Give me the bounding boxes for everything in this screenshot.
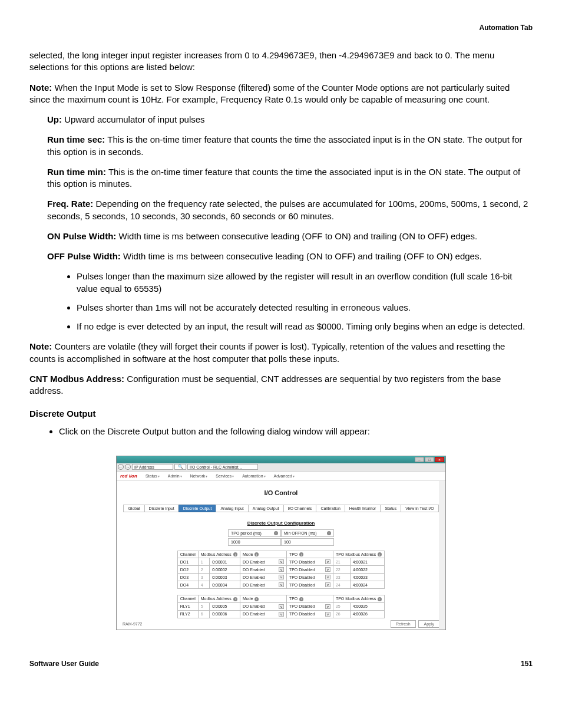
info-icon[interactable]: i xyxy=(299,552,303,556)
cell: 4:00022 xyxy=(350,566,385,574)
cell[interactable]: 4 xyxy=(198,581,209,589)
def-fr-label: Freq. Rate: xyxy=(47,199,93,209)
cell[interactable]: TPO Disabledv xyxy=(286,602,333,610)
cell[interactable]: 5 xyxy=(198,602,209,610)
browser-toolbar: ← → IP Address 🔍 I/O Control - RLC Admin… xyxy=(117,463,445,472)
menu-network[interactable]: Network xyxy=(190,474,208,478)
cell[interactable]: 23 xyxy=(333,574,350,581)
col-header: TPOi xyxy=(286,551,333,558)
browser-tab-title: I/O Control - RLC Administ... xyxy=(190,465,242,469)
footer-left: Software User Guide xyxy=(29,660,99,668)
address-field[interactable]: IP Address xyxy=(132,464,173,470)
tab-analog-output[interactable]: Analog Output xyxy=(248,505,283,512)
cell[interactable]: DO Enabledv xyxy=(240,558,286,566)
tpo-period-input[interactable]: 1000 xyxy=(228,538,281,546)
chevron-down-icon[interactable]: v xyxy=(279,604,284,609)
info-icon[interactable]: i xyxy=(327,531,331,535)
tab-status[interactable]: Status xyxy=(380,505,401,512)
tab-view-in-test-i-o[interactable]: View in Test I/O xyxy=(401,505,438,512)
screenshot-container: – □ × ← → IP Address 🔍 I/O Control - RLC… xyxy=(29,456,533,630)
cell[interactable]: 26 xyxy=(333,610,350,618)
cell[interactable]: DO Enabledv xyxy=(240,610,286,618)
apply-button[interactable]: Apply xyxy=(418,620,439,628)
cell: 0:00004 xyxy=(210,581,240,589)
chevron-down-icon[interactable]: v xyxy=(325,575,330,579)
tab-global[interactable]: Global xyxy=(123,505,144,512)
page-footer: Software User Guide 151 xyxy=(29,660,533,668)
chevron-down-icon[interactable]: v xyxy=(325,604,330,609)
intro-paragraph: selected, the long integer input registe… xyxy=(29,50,533,74)
col-header: Channel xyxy=(177,595,198,603)
cell[interactable]: 24 xyxy=(333,581,350,589)
scrollbar[interactable] xyxy=(439,481,445,630)
def-rtm-label: Run time min: xyxy=(47,167,106,177)
menu-status[interactable]: Status xyxy=(146,474,160,478)
info-icon[interactable]: i xyxy=(233,552,237,556)
chevron-down-icon[interactable]: v xyxy=(325,567,330,572)
chevron-down-icon[interactable]: v xyxy=(279,559,284,564)
info-icon[interactable]: i xyxy=(378,597,382,601)
search-button[interactable]: 🔍 xyxy=(174,464,186,470)
min-off-label: Min OFF/ON (ms) xyxy=(284,531,317,535)
tab-i-o-channels[interactable]: I/O Channels xyxy=(283,505,316,512)
cell[interactable]: DO Enabledv xyxy=(240,566,286,574)
info-icon[interactable]: i xyxy=(233,597,237,601)
cell[interactable]: TPO Disabledv xyxy=(286,574,333,581)
cell[interactable]: TPO Disabledv xyxy=(286,558,333,566)
cell[interactable]: 25 xyxy=(333,602,350,610)
def-on-text: Width time is ms between consecutive lea… xyxy=(116,231,477,241)
tab-discrete-input[interactable]: Discrete Input xyxy=(144,505,178,512)
tab-calibration[interactable]: Calibration xyxy=(316,505,344,512)
chevron-down-icon[interactable]: v xyxy=(279,612,284,617)
info-icon[interactable]: i xyxy=(274,531,278,535)
menu-advanced[interactable]: Advanced xyxy=(274,474,295,478)
chevron-down-icon[interactable]: v xyxy=(279,567,284,572)
cell[interactable]: 1 xyxy=(198,558,209,566)
cell[interactable]: TPO Disabledv xyxy=(286,610,333,618)
info-icon[interactable]: i xyxy=(299,597,303,601)
tab-health-monitor[interactable]: Health Monitor xyxy=(345,505,381,512)
cell[interactable]: 3 xyxy=(198,574,209,581)
window-close-button[interactable]: × xyxy=(435,457,444,462)
cell: 4:00025 xyxy=(350,602,385,610)
tab-discrete-output[interactable]: Discrete Output xyxy=(178,505,216,512)
cell[interactable]: TPO Disabledv xyxy=(286,566,333,574)
cell[interactable]: 2 xyxy=(198,566,209,574)
info-icon[interactable]: i xyxy=(378,552,382,556)
col-header: Channel xyxy=(177,551,198,558)
info-icon[interactable]: i xyxy=(254,552,259,556)
bottom-bar: RAM-9772 Refresh Apply xyxy=(117,618,445,630)
refresh-button[interactable]: Refresh xyxy=(391,620,416,628)
chevron-down-icon[interactable]: v xyxy=(325,612,330,617)
back-button[interactable]: ← xyxy=(118,464,124,470)
cell[interactable]: TPO Disabledv xyxy=(286,581,333,589)
window-minimize-button[interactable]: – xyxy=(415,457,424,462)
tab-analog-input[interactable]: Analog Input xyxy=(216,505,247,512)
info-icon[interactable]: i xyxy=(254,597,259,601)
cell[interactable]: 21 xyxy=(333,558,350,566)
cell[interactable]: DO Enabledv xyxy=(240,574,286,581)
menu-automation[interactable]: Automation xyxy=(242,474,265,478)
chevron-down-icon[interactable]: v xyxy=(325,559,330,564)
window-maximize-button[interactable]: □ xyxy=(425,457,434,462)
chevron-down-icon[interactable]: v xyxy=(325,582,330,587)
cell[interactable]: DO Enabledv xyxy=(240,602,286,610)
cell[interactable]: 22 xyxy=(333,566,350,574)
discrete-output-heading: Discrete Output xyxy=(29,409,533,419)
chevron-down-icon[interactable]: v xyxy=(279,582,284,587)
col-header: Modei xyxy=(240,551,286,558)
browser-tab[interactable]: I/O Control - RLC Administ... xyxy=(187,464,258,470)
relay-table: ChannelModbus AddressiModeiTPOiTPO Modbu… xyxy=(177,595,385,618)
do-table: ChannelModbus AddressiModeiTPOiTPO Modbu… xyxy=(177,551,385,589)
forward-button[interactable]: → xyxy=(125,464,131,470)
menu-admin[interactable]: Admin xyxy=(168,474,182,478)
section-instruction-list: Click on the Discrete Output button and … xyxy=(29,426,533,437)
col-header: Modbus Addressi xyxy=(198,551,240,558)
footer-page-number: 151 xyxy=(521,660,533,668)
min-off-input[interactable]: 100 xyxy=(281,538,334,546)
cell[interactable]: DO Enabledv xyxy=(240,581,286,589)
cell[interactable]: 6 xyxy=(198,610,209,618)
chevron-down-icon[interactable]: v xyxy=(279,575,284,579)
menu-services[interactable]: Services xyxy=(216,474,234,478)
browser-window: – □ × ← → IP Address 🔍 I/O Control - RLC… xyxy=(116,456,446,630)
